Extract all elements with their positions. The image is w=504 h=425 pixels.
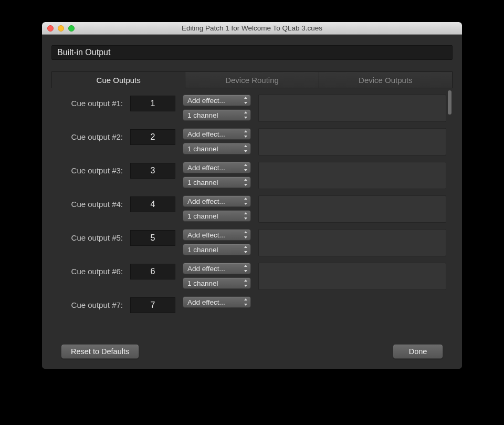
reset-to-defaults-button[interactable]: Reset to Defaults: [61, 344, 139, 359]
footer: Reset to Defaults Done: [51, 341, 453, 369]
cue-output-label: Cue output #1:: [61, 95, 123, 108]
traffic-lights: [42, 25, 75, 32]
add-effect-select[interactable]: Add effect...: [183, 296, 251, 308]
effect-slot[interactable]: [258, 95, 446, 122]
add-effect-select[interactable]: Add effect...: [183, 229, 251, 241]
select-label: Add effect...: [187, 265, 225, 273]
tab-device-outputs[interactable]: Device Outputs: [319, 71, 453, 88]
select-label: Add effect...: [187, 130, 225, 138]
stepper-icon: [243, 130, 248, 138]
cue-output-row: Cue output #5: 5 Add effect... 1 channel: [51, 226, 453, 260]
stepper-icon: [243, 246, 248, 253]
channel-count-select[interactable]: 1 channel: [183, 244, 251, 255]
select-label: 1 channel: [187, 279, 218, 287]
cue-output-selects: Add effect... 1 channel: [183, 95, 251, 121]
add-effect-select[interactable]: Add effect...: [183, 263, 251, 274]
cue-output-selects: Add effect... 1 channel: [183, 195, 251, 222]
channel-count-select[interactable]: 1 channel: [183, 177, 251, 188]
cue-output-selects: Add effect... 1 channel: [183, 229, 251, 255]
titlebar[interactable]: Editing Patch 1 for Welcome To QLab 3.cu…: [42, 22, 462, 35]
device-name-field[interactable]: Built-in Output: [51, 45, 453, 60]
zoom-icon[interactable]: [68, 25, 75, 32]
cue-output-row: Cue output #2: 2 Add effect... 1 channel: [51, 125, 453, 159]
select-label: 1 channel: [187, 212, 218, 220]
stepper-icon: [243, 231, 248, 239]
scrollbar-thumb[interactable]: [448, 90, 452, 115]
cue-output-label: Cue output #7:: [61, 296, 123, 309]
cue-output-rows: Cue output #1: 1 Add effect... 1 channel…: [51, 88, 453, 316]
cue-output-row: Cue output #6: 6 Add effect... 1 channel: [51, 260, 453, 293]
cue-output-number-field[interactable]: 4: [130, 196, 175, 212]
cue-output-label: Cue output #2:: [61, 128, 123, 141]
tab-device-routing[interactable]: Device Routing: [185, 71, 319, 88]
effect-slot[interactable]: [258, 195, 446, 223]
cue-output-number-field[interactable]: 7: [130, 297, 175, 313]
window-title: Editing Patch 1 for Welcome To QLab 3.cu…: [42, 24, 462, 32]
add-effect-select[interactable]: Add effect...: [183, 195, 251, 207]
cue-output-number-field[interactable]: 3: [130, 163, 175, 179]
effect-slot[interactable]: [258, 128, 446, 156]
select-label: 1 channel: [187, 145, 218, 153]
cue-output-selects: Add effect... 1 channel: [183, 128, 251, 154]
effect-slot[interactable]: [258, 263, 446, 290]
cue-output-number-field[interactable]: 1: [130, 96, 175, 111]
cue-output-label: Cue output #4:: [61, 195, 123, 209]
add-effect-select[interactable]: Add effect...: [183, 95, 251, 106]
select-label: 1 channel: [187, 246, 218, 254]
done-button[interactable]: Done: [393, 344, 443, 359]
cue-output-label: Cue output #5:: [61, 229, 123, 242]
stepper-icon: [243, 97, 248, 104]
channel-count-select[interactable]: 1 channel: [183, 109, 251, 121]
cue-output-number-field[interactable]: 2: [130, 129, 175, 145]
stepper-icon: [243, 212, 248, 220]
cue-output-label: Cue output #3:: [61, 162, 123, 175]
patch-editor-window: Editing Patch 1 for Welcome To QLab 3.cu…: [42, 22, 462, 369]
cue-output-row: Cue output #7: 7 Add effect...: [51, 293, 453, 316]
select-label: 1 channel: [187, 111, 218, 119]
channel-count-select[interactable]: 1 channel: [183, 143, 251, 154]
effect-slot[interactable]: [258, 229, 446, 256]
stepper-icon: [243, 265, 248, 272]
cue-output-number-field[interactable]: 6: [130, 264, 175, 279]
select-label: Add effect...: [187, 198, 225, 205]
cue-output-selects: Add effect...: [183, 296, 251, 308]
add-effect-select[interactable]: Add effect...: [183, 162, 251, 173]
stepper-icon: [243, 298, 248, 306]
tab-cue-outputs[interactable]: Cue Outputs: [51, 71, 185, 88]
tab-bar: Cue Outputs Device Routing Device Output…: [51, 71, 453, 88]
close-icon[interactable]: [47, 25, 54, 32]
stepper-icon: [243, 279, 248, 287]
select-label: Add effect...: [187, 97, 225, 105]
cue-output-label: Cue output #6:: [61, 263, 123, 276]
select-label: Add effect...: [187, 164, 225, 172]
cue-output-row: Cue output #3: 3 Add effect... 1 channel: [51, 159, 453, 192]
cue-output-row: Cue output #4: 4 Add effect... 1 channel: [51, 192, 453, 226]
stepper-icon: [243, 145, 248, 152]
cue-output-number-field[interactable]: 5: [130, 230, 175, 246]
cue-output-row: Cue output #1: 1 Add effect... 1 channel: [51, 91, 453, 125]
select-label: 1 channel: [187, 179, 218, 186]
cue-output-selects: Add effect... 1 channel: [183, 162, 251, 188]
stepper-icon: [243, 111, 248, 119]
window-body: Built-in Output Cue Outputs Device Routi…: [42, 35, 462, 369]
add-effect-select[interactable]: Add effect...: [183, 128, 251, 140]
stepper-icon: [243, 164, 248, 171]
cue-output-list: Cue output #1: 1 Add effect... 1 channel…: [51, 88, 453, 336]
channel-count-select[interactable]: 1 channel: [183, 277, 251, 289]
select-label: Add effect...: [187, 231, 225, 239]
stepper-icon: [243, 198, 248, 205]
cue-output-selects: Add effect... 1 channel: [183, 263, 251, 289]
channel-count-select[interactable]: 1 channel: [183, 210, 251, 222]
stepper-icon: [243, 179, 248, 186]
effect-slot[interactable]: [258, 162, 446, 189]
minimize-icon[interactable]: [58, 25, 64, 32]
select-label: Add effect...: [187, 298, 225, 306]
